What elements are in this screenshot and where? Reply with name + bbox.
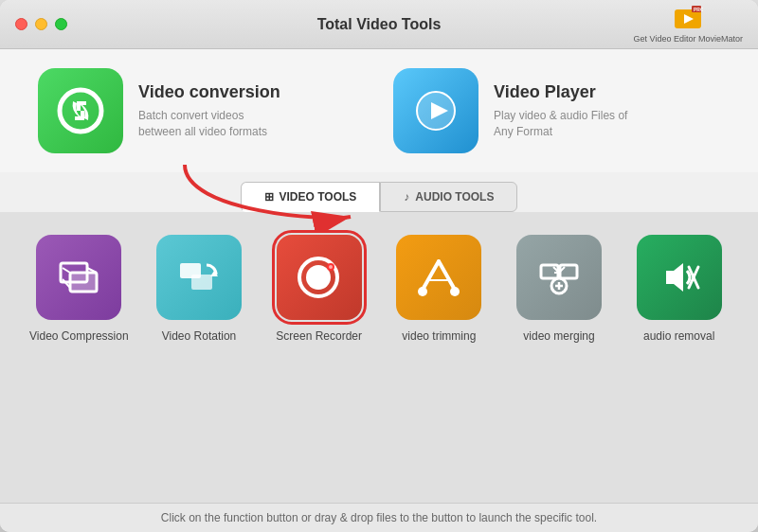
top-features: Video conversion Batch convert videos be… [0,49,758,172]
tools-section: Video Compression Video Rotation [0,212,758,503]
app-logo: PRO Get Video Editor MovieMator [634,6,743,44]
svg-rect-14 [191,275,212,290]
svg-point-22 [418,287,427,296]
status-bar: Click on the function button or dray & d… [0,503,758,532]
tabs-bar: ⊞ VIDEO TOOLS ♪ AUDIO TOOLS [0,172,758,212]
recorder-svg [293,252,345,304]
audio-removal-icon [637,235,722,320]
conversion-svg [52,82,109,139]
video-player-desc: Play video & audio Files of Any Format [494,108,645,140]
svg-point-23 [450,287,460,296]
tab-audio-tools[interactable]: ♪ AUDIO TOOLS [380,182,517,212]
video-compression-label: Video Compression [29,329,129,343]
svg-rect-9 [70,273,97,292]
app-window: Total Video Tools PRO Get Video Editor M… [0,0,758,532]
video-conversion-text: Video conversion Batch convert videos be… [138,82,290,140]
merging-svg [533,252,586,304]
video-player-title: Video Player [494,82,645,102]
titlebar: Total Video Tools PRO Get Video Editor M… [0,0,758,49]
tool-audio-removal[interactable]: audio removal [628,235,730,343]
video-rotation-label: Video Rotation [162,329,237,343]
video-tools-label: VIDEO TOOLS [280,190,357,204]
traffic-lights [15,18,67,30]
video-conversion-card[interactable]: Video conversion Batch convert videos be… [38,68,365,153]
video-conversion-title: Video conversion [138,82,290,102]
screen-recorder-label: Screen Recorder [276,329,362,343]
svg-marker-33 [666,263,683,292]
svg-point-17 [306,265,331,290]
app-title: Total Video Tools [317,16,442,33]
svg-line-21 [439,261,455,290]
video-rotation-icon [156,235,242,320]
minimize-button[interactable] [35,18,47,30]
video-compression-icon [36,235,121,320]
tab-video-tools[interactable]: ⊞ VIDEO TOOLS [241,182,381,212]
audio-removal-svg [653,252,705,304]
video-conversion-icon [38,68,123,153]
video-player-icon [393,68,478,153]
rotation-svg [172,252,225,304]
video-merging-label: video merging [523,329,594,343]
screen-recorder-icon [277,235,362,320]
moviemator-logo-icon: PRO [673,6,703,32]
video-tools-icon: ⊞ [264,190,274,204]
svg-point-19 [329,265,333,269]
maximize-button[interactable] [55,18,67,30]
video-merging-icon [516,235,602,320]
svg-rect-26 [560,265,577,278]
logo-label: Get Video Editor MovieMator [634,34,743,44]
svg-line-10 [63,268,70,273]
status-text: Click on the function button or dray & d… [161,511,597,524]
svg-line-20 [423,261,439,290]
player-svg [410,85,462,137]
audio-tools-icon: ♪ [404,190,409,204]
tool-video-compression[interactable]: Video Compression [28,235,130,343]
close-button[interactable] [15,18,27,30]
video-trimming-label: video trimming [402,329,476,343]
tool-screen-recorder[interactable]: Screen Recorder [268,235,370,343]
compression-svg [53,252,105,304]
tools-grid: Video Compression Video Rotation [28,235,730,343]
video-trimming-icon [396,235,481,320]
tool-video-rotation[interactable]: Video Rotation [149,235,250,343]
video-player-card[interactable]: Video Player Play video & audio Files of… [393,68,720,153]
audio-tools-label: AUDIO TOOLS [415,190,494,204]
audio-removal-label: audio removal [643,329,714,343]
video-conversion-desc: Batch convert videos between all video f… [138,108,290,140]
tool-video-merging[interactable]: video merging [509,235,610,343]
video-player-text: Video Player Play video & audio Files of… [494,82,645,140]
svg-text:PRO: PRO [694,7,703,12]
trimming-svg [413,252,465,304]
tool-video-trimming[interactable]: video trimming [388,235,490,343]
